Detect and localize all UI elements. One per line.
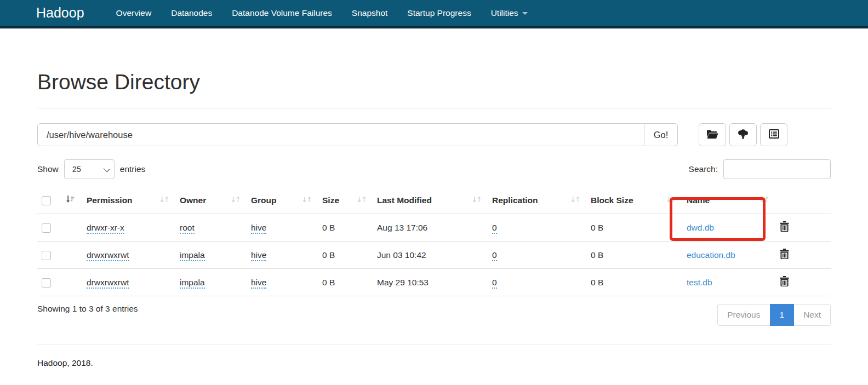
delete-button[interactable] [780,249,789,259]
footer-divider [37,344,831,345]
directory-table: Permission↓↑ Owner↓↑ Group↓↑ Size↓↑ Last… [37,188,831,296]
size-cell: 0 B [318,269,373,296]
table-row: drwxr-xr-x root hive 0 B Aug 13 17:06 0 … [37,214,831,242]
title-divider [37,108,831,109]
column-header-actions [775,188,831,214]
caret-down-icon [522,12,528,15]
block-size-cell: 0 B [586,269,682,296]
nav-item-datanodes[interactable]: Datanodes [161,0,222,26]
permission-link[interactable]: drwxrwxrwt [87,278,129,289]
column-header-block-size[interactable]: Block Size↓↑ [586,188,682,214]
search-label: Search: [689,164,718,174]
cut-paste-button[interactable] [760,123,787,146]
entries-per-page-select[interactable]: 25 [64,159,115,179]
column-header-size[interactable]: Size↓↑ [318,188,373,214]
owner-link[interactable]: root [180,223,195,234]
replication-link[interactable]: 0 [492,278,497,289]
size-cell: 0 B [318,242,373,269]
search-input[interactable] [723,159,831,179]
owner-header-label: Owner [180,196,206,205]
directory-path-input[interactable] [37,123,644,146]
column-header-name[interactable]: Name↓↑ [682,188,775,214]
table-footer: Showing 1 to 3 of 3 entries Previous 1 N… [37,304,831,326]
delete-button[interactable] [780,276,789,286]
block-size-cell: 0 B [586,242,682,269]
row-checkbox[interactable] [42,223,51,233]
name-header-label: Name [687,196,710,205]
create-directory-button[interactable] [699,123,726,146]
upload-files-button[interactable] [729,123,757,146]
entries-label: entries [120,164,146,174]
delete-button[interactable] [780,221,789,232]
table-controls: Show 25 entries Search: [37,159,831,179]
column-header-last-modified[interactable]: Last Modified↓↑ [373,188,488,214]
trash-icon [780,225,789,233]
group-link[interactable]: hive [251,250,266,261]
nav-item-startup-progress[interactable]: Startup Progress [397,0,481,26]
nav-item-utilities[interactable]: Utilities [481,0,538,26]
sort-icon: ↓↑ [356,196,366,204]
last-modified-cell: May 29 10:53 [373,269,488,296]
permission-link[interactable]: drwxrwxrwt [87,250,129,261]
sort-icon: ↓↑ [301,196,311,204]
last-modified-cell: Aug 13 17:06 [373,214,488,242]
owner-link[interactable]: impala [180,278,205,289]
select-all-header[interactable] [37,188,61,214]
row-checkbox[interactable] [42,278,51,288]
footer-text: Hadoop, 2018. [37,358,831,368]
nav-item-snapshot[interactable]: Snapshot [342,0,398,26]
column-header-group[interactable]: Group↓↑ [247,188,318,214]
show-label: Show [37,164,59,174]
row-checkbox[interactable] [42,251,51,260]
search-control: Search: [689,159,831,179]
block-size-header-label: Block Size [591,196,633,205]
replication-link[interactable]: 0 [492,250,497,261]
folder-open-icon [706,129,718,141]
group-link[interactable]: hive [251,278,266,289]
column-header-owner[interactable]: Owner↓↑ [175,188,247,214]
nav-item-overview[interactable]: Overview [106,0,162,26]
column-header-replication[interactable]: Replication↓↑ [488,188,586,214]
navbar-menu: Overview Datanodes Datanode Volume Failu… [106,8,538,18]
cloud-upload-icon [737,129,749,141]
table-row: drwxrwxrwt impala hive 0 B May 29 10:53 … [37,269,831,296]
sort-ascending-icon [66,196,75,205]
sort-icon: ↓↑ [471,196,481,204]
path-bar: Go! [37,123,831,146]
sort-icon: ↓↑ [666,196,676,204]
permission-link[interactable]: drwxr-xr-x [87,223,124,234]
table-info: Showing 1 to 3 of 3 entries [37,304,138,314]
pagination-previous-button[interactable]: Previous [717,304,770,326]
pagination-next-button[interactable]: Next [793,304,831,326]
trash-icon [780,252,789,261]
navbar-brand[interactable]: Hadoop [36,5,84,21]
last-modified-cell: Jun 03 10:42 [373,242,488,269]
file-name-link[interactable]: education.db [687,250,735,260]
top-navbar: Hadoop Overview Datanodes Datanode Volum… [0,0,868,28]
size-cell: 0 B [318,214,373,242]
size-header-label: Size [322,196,339,205]
sort-icon: ↓↑ [230,196,240,204]
file-name-link[interactable]: dwd.db [687,223,714,232]
column-header-permission[interactable]: Permission↓↑ [82,188,175,214]
group-link[interactable]: hive [251,223,266,234]
list-alt-icon [769,129,779,140]
active-sort-header[interactable] [61,188,82,214]
sort-icon: ↓↑ [570,196,580,204]
file-name-link[interactable]: test.db [687,278,712,287]
group-header-label: Group [251,196,277,205]
permission-header-label: Permission [87,196,133,205]
pagination: Previous 1 Next [717,304,831,326]
replication-link[interactable]: 0 [492,223,497,234]
go-button[interactable]: Go! [644,123,678,146]
utilities-label: Utilities [491,8,518,18]
pagination-page-1-button[interactable]: 1 [770,304,795,326]
table-header-row: Permission↓↑ Owner↓↑ Group↓↑ Size↓↑ Last… [37,188,831,214]
table-row: drwxrwxrwt impala hive 0 B Jun 03 10:42 … [37,242,831,269]
select-all-checkbox[interactable] [42,196,51,205]
block-size-cell: 0 B [586,214,682,242]
last-modified-header-label: Last Modified [377,196,432,205]
owner-link[interactable]: impala [180,250,205,261]
path-input-group: Go! [37,123,678,146]
nav-item-datanode-volume-failures[interactable]: Datanode Volume Failures [222,0,342,26]
